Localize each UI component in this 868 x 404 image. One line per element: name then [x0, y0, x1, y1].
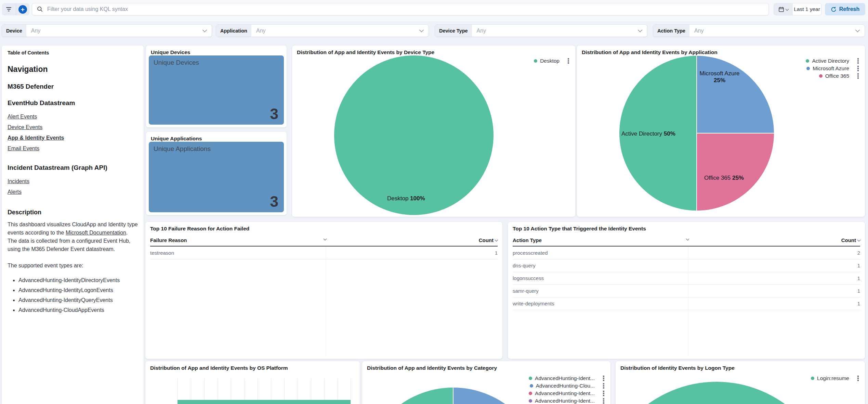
panel-title: Distribution of App and Identity Events …: [577, 46, 865, 55]
sidebar-link-email-events[interactable]: Email Events: [8, 144, 39, 153]
device-filter-select[interactable]: Device Any: [2, 24, 212, 37]
refresh-button[interactable]: Refresh: [825, 3, 865, 15]
sidebar-link-alert-events[interactable]: Alert Events: [8, 113, 37, 121]
metric-label: Unique Applications: [154, 145, 211, 153]
device-type-pie[interactable]: [334, 55, 494, 215]
toc-panel-title: Table of Contents: [8, 50, 138, 55]
unique-devices-panel: Unique Devices Unique Devices 3: [146, 46, 287, 127]
cell-count: 2: [857, 250, 860, 256]
legend-dot: [530, 384, 533, 388]
chevron-down-icon: [419, 28, 424, 32]
cell-action-type: write-deployments: [513, 301, 554, 306]
panel-title: Distribution of App and Identity Events …: [362, 361, 610, 371]
action-type-filter-select[interactable]: Action Type Any: [653, 24, 865, 37]
unique-applications-panel: Unique Applications Unique Applications …: [146, 132, 287, 215]
legend-label: Active Directory: [812, 58, 849, 64]
kql-search-bar[interactable]: [32, 3, 769, 15]
legend-item-office-365[interactable]: Office 365: [819, 73, 859, 79]
legend-item-active-directory[interactable]: Active Directory: [806, 58, 859, 64]
list-item: AdvancedHunting-CloudAppEvents: [18, 307, 138, 313]
device-filter-label: Device: [2, 25, 26, 37]
column-header-count[interactable]: Count: [841, 237, 860, 243]
microsoft-documentation-link[interactable]: Microsoft Documentation: [66, 230, 126, 236]
legend-actions-icon[interactable]: [857, 58, 859, 64]
chevron-down-icon: [786, 7, 789, 11]
top-bar: + Last 1 year Refresh: [0, 0, 868, 21]
cell-count: 1: [857, 288, 860, 294]
legend: Active Directory Microsoft Azure Office …: [806, 58, 859, 79]
category-pie[interactable]: [363, 388, 544, 404]
table-row: processcreated 2: [513, 247, 860, 260]
legend-label: Login:resume: [817, 375, 849, 381]
panel-title: Top 10 Failure Reason for Action Failed: [145, 222, 502, 232]
date-picker-menu-button[interactable]: [774, 3, 793, 15]
legend-item-microsoft-azure[interactable]: Microsoft Azure: [806, 65, 859, 71]
category-pie-panel: Distribution of App and Identity Events …: [362, 361, 610, 404]
filter-menu-button[interactable]: [2, 3, 16, 15]
column-header-action-type[interactable]: Action Type: [513, 237, 542, 243]
logon-type-pie[interactable]: [616, 382, 833, 404]
search-input[interactable]: [47, 6, 768, 13]
application-filter-select[interactable]: Application Any: [216, 24, 429, 37]
legend-dot: [534, 59, 537, 63]
legend-label: AdvancedHunting-Ident...: [535, 398, 595, 404]
table-of-contents-panel: Table of Contents Navigation M365 Defend…: [2, 46, 144, 404]
legend: Login:resume: [811, 375, 859, 381]
legend-actions-icon[interactable]: [857, 73, 859, 79]
legend-actions-icon[interactable]: [602, 397, 605, 404]
pie-slice-label: Active Directory 50%: [621, 130, 675, 137]
time-range-button[interactable]: Last 1 year: [793, 3, 821, 15]
sidebar-link-device-events[interactable]: Device Events: [8, 123, 42, 131]
table-row: samr-query 1: [513, 285, 860, 298]
chevron-down-icon: [202, 28, 207, 32]
logon-type-pie-panel: Distribution of Identity Events by Logon…: [616, 361, 865, 404]
action-type-filter-label: Action Type: [653, 25, 689, 37]
os-platform-panel: Distribution of App and Identity Events …: [145, 361, 360, 404]
table-header: Failure Reason Count: [150, 234, 498, 247]
incident-datastream-heading: Incident Datastream (Graph API): [8, 164, 138, 172]
column-menu-chevron-icon[interactable]: [324, 237, 327, 241]
chevron-down-icon: [638, 28, 642, 32]
date-picker: Last 1 year: [774, 3, 821, 15]
legend-item[interactable]: AdvancedHunting-Clou...: [530, 383, 605, 389]
legend-dot: [529, 399, 532, 403]
legend-dot: [529, 392, 532, 395]
application-filter-label: Application: [216, 25, 251, 37]
device-type-filter-select[interactable]: Device Type Any: [435, 24, 647, 37]
legend-dot: [806, 59, 809, 63]
legend-item[interactable]: AdvancedHunting-Ident...: [529, 375, 605, 381]
legend-actions-icon[interactable]: [567, 58, 570, 64]
sidebar-link-incidents[interactable]: Incidents: [8, 177, 29, 186]
failure-reason-table-panel: Top 10 Failure Reason for Action Failed …: [145, 222, 502, 359]
os-platform-bar[interactable]: [177, 400, 351, 404]
column-header-failure-reason[interactable]: Failure Reason: [150, 237, 187, 243]
m365-defender-heading: M365 Defender: [8, 83, 138, 90]
legend-item-desktop[interactable]: Desktop: [534, 58, 570, 64]
calendar-icon: [778, 7, 784, 12]
sidebar-link-alerts[interactable]: Alerts: [8, 188, 22, 196]
legend-actions-icon[interactable]: [602, 390, 605, 397]
metric-label: Unique Devices: [154, 59, 199, 66]
cell-action-type: dns-query: [513, 263, 536, 268]
legend-dot: [819, 74, 823, 78]
column-menu-chevron-icon[interactable]: [686, 237, 689, 241]
table-body: processcreated 2 dns-query 1 logonsucces…: [513, 247, 860, 310]
dashboard-controls: Device Any Application Any Device Type A…: [0, 22, 868, 39]
legend-item[interactable]: AdvancedHunting-Ident...: [529, 398, 605, 404]
legend-actions-icon[interactable]: [857, 375, 859, 382]
add-filter-button[interactable]: +: [16, 3, 30, 15]
refresh-label: Refresh: [839, 6, 860, 12]
legend-label: Desktop: [540, 58, 560, 64]
legend-item-login-resume[interactable]: Login:resume: [811, 375, 859, 381]
legend-label: Office 365: [825, 73, 849, 79]
legend-label: AdvancedHunting-Ident...: [535, 390, 595, 396]
legend-actions-icon[interactable]: [857, 65, 859, 72]
pie-slice-label: Office 365 25%: [704, 175, 744, 181]
panel-title: Distribution of App and Identity Events …: [292, 46, 575, 55]
eventhub-datastream-heading: EventHub Datastream: [8, 99, 138, 107]
legend-actions-icon[interactable]: [602, 382, 605, 389]
legend-actions-icon[interactable]: [602, 375, 605, 382]
sidebar-link-app-identity-events[interactable]: App & Identity Events: [8, 134, 64, 142]
column-header-count[interactable]: Count: [479, 237, 498, 243]
legend-item[interactable]: AdvancedHunting-Ident...: [529, 390, 605, 396]
